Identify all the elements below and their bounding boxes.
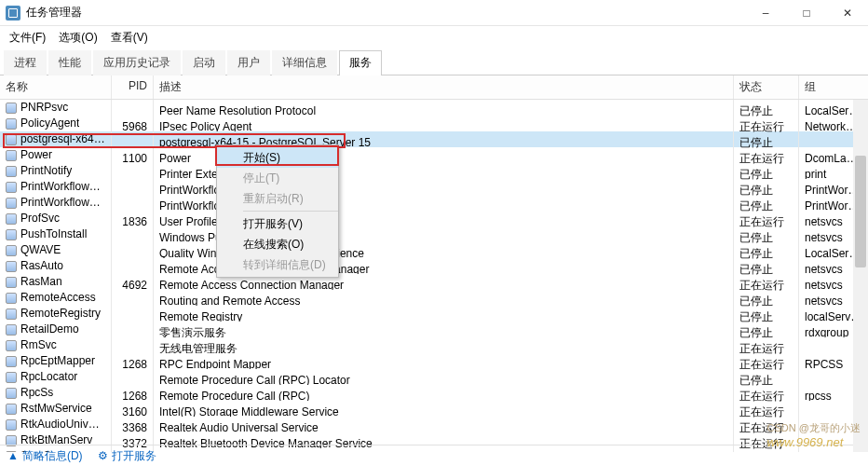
tab-2[interactable]: 应用历史记录 xyxy=(93,50,181,75)
service-row[interactable]: PushToInstallWindows PushToInstall已停止net… xyxy=(0,226,868,242)
service-pid xyxy=(112,337,154,353)
service-name: postgresql-x64-15 xyxy=(20,131,105,147)
service-row[interactable]: PolicyAgent5968IPsec Policy Agent正在运行Net… xyxy=(0,116,868,131)
service-icon xyxy=(6,213,17,225)
header-pid[interactable]: PID xyxy=(112,75,154,99)
service-status: 正在运行 xyxy=(734,353,799,369)
service-status: 已停止 xyxy=(734,322,799,337)
service-desc: Peer Name Resolution Protocol xyxy=(154,100,734,116)
service-pid: 3160 xyxy=(112,401,154,417)
tab-4[interactable]: 用户 xyxy=(227,50,270,75)
service-icon xyxy=(6,134,17,145)
minimize-button[interactable]: – xyxy=(745,0,786,26)
header-desc[interactable]: 描述 xyxy=(154,75,734,99)
service-pid xyxy=(112,179,154,195)
tab-3[interactable]: 启动 xyxy=(183,50,225,75)
tab-5[interactable]: 详细信息 xyxy=(272,50,337,75)
close-button[interactable]: ✕ xyxy=(827,0,868,26)
watermark-url: www.9969.net xyxy=(767,435,844,449)
service-icon xyxy=(6,372,17,383)
service-desc: Remote Registry xyxy=(154,306,734,322)
maximize-button[interactable]: □ xyxy=(786,0,827,26)
service-row[interactable]: ProfSvc1836User Profile Service正在运行netsv… xyxy=(0,211,868,226)
header-name[interactable]: 名称 xyxy=(0,75,112,99)
tab-1[interactable]: 性能 xyxy=(48,50,91,75)
header-group[interactable]: 组 xyxy=(799,75,868,99)
service-name: PrintWorkflowUserSvc_3... xyxy=(20,195,105,211)
scrollbar-vertical[interactable] xyxy=(853,100,868,452)
service-pid: 1268 xyxy=(112,353,154,369)
menu-file[interactable]: 文件(F) xyxy=(4,28,51,48)
service-row[interactable]: postgresql-x64-15postgresql-x64-15 - Pos… xyxy=(0,131,868,147)
service-name: RstMwService xyxy=(20,401,92,417)
service-row[interactable]: QWAVEQuality Windows Audio Video Experie… xyxy=(0,242,868,258)
service-icon xyxy=(6,198,17,209)
context-menu-open-services[interactable]: 打开服务(V) xyxy=(217,213,338,234)
context-menu-start[interactable]: 开始(S) xyxy=(217,147,338,168)
context-menu-stop: 停止(T) xyxy=(217,168,338,188)
window-title: 任务管理器 xyxy=(26,5,82,21)
service-row[interactable]: RmSvc无线电管理服务正在运行 xyxy=(0,337,868,353)
service-row[interactable]: RpcEptMapper1268RPC Endpoint Mapper正在运行R… xyxy=(0,353,868,369)
service-row[interactable]: PrintWorkflowUserSvcPrintWorkflow已停止Prin… xyxy=(0,179,868,195)
menu-view[interactable]: 查看(V) xyxy=(105,28,154,48)
service-row[interactable]: Power1100Power正在运行DcomLaunch xyxy=(0,147,868,163)
service-row[interactable]: RpcSs1268Remote Procedure Call (RPC)正在运行… xyxy=(0,385,868,401)
service-icon xyxy=(6,340,17,351)
service-name: RmSvc xyxy=(20,337,57,353)
service-desc: Intel(R) Storage Middleware Service xyxy=(154,401,734,417)
service-row[interactable]: PrintNotifyPrinter Extensions and已停止prin… xyxy=(0,163,868,179)
service-status: 正在运行 xyxy=(734,337,799,353)
service-desc: Remote Procedure Call (RPC) Locator xyxy=(154,369,734,385)
brief-info-link[interactable]: ▲ 简略信息(D) xyxy=(7,448,83,464)
service-status: 已停止 xyxy=(734,195,799,211)
service-row[interactable]: RemoteAccessRouting and Remote Access已停止… xyxy=(0,290,868,306)
menu-options[interactable]: 选项(O) xyxy=(53,28,102,48)
service-row[interactable]: RemoteRegistryRemote Registry已停止localSer… xyxy=(0,306,868,322)
service-row[interactable]: RpcLocatorRemote Procedure Call (RPC) Lo… xyxy=(0,369,868,385)
service-row[interactable]: RasAutoRemote Access Auto Connection Man… xyxy=(0,258,868,274)
service-name: RtkAudioUniversalService xyxy=(20,417,105,432)
service-row[interactable]: RetailDemo零售演示服务已停止rdxgroup xyxy=(0,322,868,337)
service-name: Power xyxy=(20,147,52,163)
service-desc: Routing and Remote Access xyxy=(154,290,734,306)
header-status[interactable]: 状态 xyxy=(734,75,799,99)
tabs: 进程性能应用历史记录启动用户详细信息服务 xyxy=(0,49,868,75)
service-row[interactable]: PNRPsvcPeer Name Resolution Protocol已停止L… xyxy=(0,100,868,116)
service-icon xyxy=(6,356,17,367)
scrollbar-thumb[interactable] xyxy=(855,156,866,267)
service-desc: 无线电管理服务 xyxy=(154,337,734,353)
context-menu-restart: 重新启动(R) xyxy=(217,188,338,209)
statusbar: ▲ 简略信息(D) ⚙ 打开服务 xyxy=(0,445,868,466)
context-menu-separator xyxy=(243,211,338,212)
service-status: 正在运行 xyxy=(734,274,799,290)
service-pid xyxy=(112,242,154,258)
chevron-up-icon: ▲ xyxy=(7,449,19,462)
service-row[interactable]: RstMwService3160Intel(R) Storage Middlew… xyxy=(0,401,868,417)
service-status: 正在运行 xyxy=(734,116,799,131)
service-status: 已停止 xyxy=(734,226,799,242)
service-status: 已停止 xyxy=(734,258,799,274)
service-pid xyxy=(112,258,154,274)
service-icon xyxy=(6,229,17,240)
tab-6[interactable]: 服务 xyxy=(339,50,382,75)
open-services-link[interactable]: ⚙ 打开服务 xyxy=(98,448,156,464)
service-status: 已停止 xyxy=(734,242,799,258)
context-menu-search-online[interactable]: 在线搜索(O) xyxy=(217,234,338,254)
service-name: ProfSvc xyxy=(20,211,60,226)
service-name: RasMan xyxy=(20,274,62,290)
service-icon xyxy=(6,182,17,193)
service-icon xyxy=(6,388,17,399)
service-status: 正在运行 xyxy=(734,147,799,163)
service-row[interactable]: PrintWorkflowUserSvc_3...PrintWorkflow_3… xyxy=(0,195,868,211)
titlebar: 任务管理器 – □ ✕ xyxy=(0,0,868,26)
service-desc: Remote Procedure Call (RPC) xyxy=(154,385,734,401)
service-row[interactable]: RtkAudioUniversalService3368Realtek Audi… xyxy=(0,417,868,432)
menubar: 文件(F) 选项(O) 查看(V) xyxy=(0,26,868,49)
service-status: 正在运行 xyxy=(734,385,799,401)
tab-0[interactable]: 进程 xyxy=(4,50,47,75)
column-headers: 名称 PID 描述 状态 组 xyxy=(0,75,868,100)
service-row[interactable]: RasMan4692Remote Access Connection Manag… xyxy=(0,274,868,290)
service-name: RpcLocator xyxy=(20,369,77,385)
service-status: 正在运行 xyxy=(734,401,799,417)
